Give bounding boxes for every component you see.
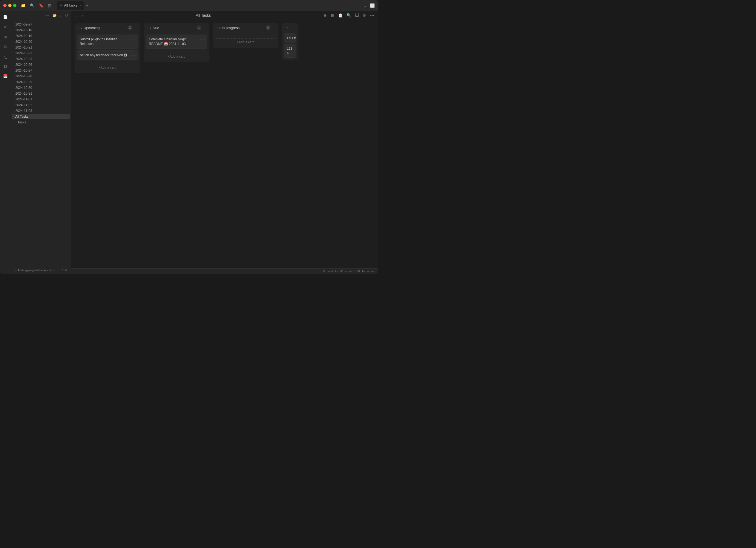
collapse-in-progress[interactable]: ∨ bbox=[219, 26, 221, 29]
kanban-column-done-partial: ⠿ ∨ Four ta... 12345 bbox=[282, 23, 298, 60]
column-menu-due[interactable]: ··· bbox=[203, 25, 207, 30]
sort-icon[interactable]: ↕ bbox=[59, 13, 63, 18]
sidebar-item-1[interactable]: 2024-10-18 bbox=[12, 27, 70, 33]
column-cards-partial: Four ta... 12345 bbox=[282, 31, 298, 60]
column-count-in-progress: 0 bbox=[266, 25, 271, 30]
card-text: Submit plugin to Obsidian Releases bbox=[80, 37, 129, 46]
tab-bar: ☰ All Tasks × + bbox=[57, 1, 363, 10]
card-menu[interactable]: ··· bbox=[131, 53, 135, 57]
chevron-down-icon[interactable]: ⌄ bbox=[363, 3, 367, 8]
rail-file-icon[interactable]: 📄 bbox=[2, 13, 9, 21]
sidebar-list: 2024-09-272024-10-182024-10-192024-10-20… bbox=[11, 20, 71, 266]
collapse-upcoming[interactable]: ∨ bbox=[81, 26, 83, 29]
column-header-due: ⠿ ∨ Due 1 ··· bbox=[144, 23, 209, 32]
drag-handle-upcoming[interactable]: ⠿ bbox=[77, 26, 79, 30]
card-feedback[interactable]: Act on any feedback received 🖼 ··· bbox=[77, 50, 138, 60]
minimize-button[interactable] bbox=[8, 4, 12, 7]
column-count-due: 1 bbox=[197, 25, 202, 30]
add-card-in-progress[interactable]: +Add a card bbox=[215, 38, 276, 46]
sidebar-item-4[interactable]: 2024-10-21 bbox=[12, 45, 70, 50]
forward-button[interactable]: › bbox=[80, 13, 84, 18]
kanban-column-due: ⠿ ∨ Due 1 ··· Complete Obsidian plugin R… bbox=[144, 23, 209, 62]
sidebar-item-11[interactable]: 2024-10-30 bbox=[12, 85, 70, 90]
settings-icon[interactable]: ⚙ bbox=[65, 268, 68, 272]
close-button[interactable] bbox=[3, 4, 7, 7]
card-partial-1[interactable]: Four ta... bbox=[284, 33, 296, 42]
folder-icon[interactable]: 📁 bbox=[21, 3, 25, 8]
sidebar-toggle-icon[interactable]: ⬜ bbox=[370, 3, 375, 8]
refresh-icon[interactable]: ↺ bbox=[64, 13, 69, 18]
column-count-upcoming: 2 bbox=[127, 25, 133, 30]
bookmark-icon[interactable]: 🔖 bbox=[39, 3, 44, 8]
sidebar: ✏ 📂 ↕ ↺ 2024-09-272024-10-182024-10-1920… bbox=[11, 11, 71, 274]
back-button[interactable]: ‹ bbox=[75, 13, 78, 18]
column-header-in-progress: ⠿ ∨ In progress 0 ··· bbox=[213, 23, 278, 32]
tab-close-button[interactable]: × bbox=[80, 4, 81, 7]
sidebar-item-0[interactable]: 2024-09-27 bbox=[12, 22, 70, 27]
layout-icon[interactable]: ▤ bbox=[48, 3, 52, 8]
sidebar-item-2[interactable]: 2024-10-19 bbox=[12, 33, 70, 39]
sidebar-item-14[interactable]: 2024-11-02 bbox=[12, 102, 70, 108]
rail-share-icon[interactable]: ⟳ bbox=[2, 23, 9, 31]
kanban-board: ⠿ ∨ Upcoming 2 ··· Submit plugin to Obsi… bbox=[71, 20, 378, 268]
sidebar-item-16[interactable]: All Tasks bbox=[12, 114, 70, 119]
word-count: 41 words bbox=[340, 269, 353, 273]
partial-header: ⠿ ∨ bbox=[282, 23, 298, 31]
sidebar-item-13[interactable]: 2024-11-01 bbox=[12, 96, 70, 102]
collapse-partial[interactable]: ∨ bbox=[286, 26, 288, 29]
sidebar-item-12[interactable]: 2024-10-31 bbox=[12, 91, 70, 96]
rail-calendar-icon[interactable]: 📅 bbox=[2, 72, 9, 80]
sidebar-item-7[interactable]: 2024-10-26 bbox=[12, 62, 70, 67]
status-bar: 0 backlinks 41 words 350 characters bbox=[71, 268, 378, 274]
titlebar: 📁 🔍 🔖 ▤ ☰ All Tasks × + ⌄ ⬜ bbox=[0, 0, 378, 11]
sidebar-toolbar: ✏ 📂 ↕ ↺ bbox=[11, 11, 71, 20]
sidebar-item-10[interactable]: 2024-10-29 bbox=[12, 79, 70, 85]
file-text-icon[interactable]: 📋 bbox=[337, 13, 343, 18]
card-menu[interactable]: ··· bbox=[131, 37, 135, 41]
image-icon[interactable]: 🖼 bbox=[354, 13, 359, 18]
column-menu-upcoming[interactable]: ··· bbox=[133, 25, 138, 30]
rail-grid-icon[interactable]: ⊞ bbox=[2, 33, 9, 41]
icon-rail: 📄 ⟳ ⊞ ⧉ ›_ 🗒 📅 bbox=[0, 11, 11, 274]
card-text: Act on any feedback received 🖼 bbox=[80, 53, 129, 58]
collapse-due[interactable]: ∨ bbox=[150, 26, 152, 29]
column-menu-in-progress[interactable]: ··· bbox=[272, 25, 276, 30]
edit-icon[interactable]: ✏ bbox=[45, 13, 50, 18]
sidebar-footer-icons: ? ⚙ bbox=[61, 268, 68, 272]
rail-terminal-icon[interactable]: ›_ bbox=[2, 53, 9, 60]
ellipsis-icon[interactable]: ••• bbox=[370, 13, 375, 18]
sidebar-item-15[interactable]: 2024-11-03 bbox=[12, 108, 70, 113]
titlebar-right: ⌄ ⬜ bbox=[363, 3, 375, 8]
maximize-button[interactable] bbox=[13, 4, 16, 7]
card-menu[interactable]: ··· bbox=[200, 37, 204, 41]
card-readme[interactable]: Complete Obsidian plugin README 📅 2024-1… bbox=[146, 35, 207, 49]
sidebar-item-17[interactable]: Tasks bbox=[12, 120, 70, 125]
vault-icon: ◇ bbox=[14, 268, 16, 272]
add-card-due[interactable]: +Add a card bbox=[146, 53, 207, 60]
help-icon[interactable]: ? bbox=[61, 268, 63, 272]
sidebar-item-3[interactable]: 2024-10-20 bbox=[12, 39, 70, 44]
search-icon[interactable]: 🔍 bbox=[30, 3, 35, 8]
header-actions: ⊕ ▦ 📋 🔍 🖼 ⚙ ••• bbox=[323, 13, 375, 18]
sidebar-item-8[interactable]: 2024-10-27 bbox=[12, 68, 70, 73]
rail-copy-icon[interactable]: ⧉ bbox=[2, 43, 9, 50]
column-title-upcoming: Upcoming bbox=[84, 26, 126, 30]
add-card-upcoming[interactable]: +Add a card bbox=[77, 64, 138, 71]
gear-icon[interactable]: ⚙ bbox=[362, 13, 367, 18]
card-partial-2[interactable]: 12345 bbox=[284, 44, 296, 58]
sidebar-item-9[interactable]: 2024-10-28 bbox=[12, 73, 70, 79]
drag-handle-partial[interactable]: ⠿ bbox=[283, 25, 286, 29]
all-tasks-tab[interactable]: ☰ All Tasks × bbox=[57, 1, 84, 10]
rail-note-icon[interactable]: 🗒 bbox=[2, 62, 9, 70]
page-title: All Tasks bbox=[86, 13, 321, 18]
sidebar-item-5[interactable]: 2024-10-22 bbox=[12, 50, 70, 56]
drag-handle-in-progress[interactable]: ⠿ bbox=[215, 26, 218, 30]
drag-handle-due[interactable]: ⠿ bbox=[146, 26, 149, 30]
sidebar-item-6[interactable]: 2024-10-23 bbox=[12, 56, 70, 62]
search-icon[interactable]: 🔍 bbox=[346, 13, 352, 18]
archive-icon[interactable]: ▦ bbox=[330, 13, 335, 18]
new-tab-button[interactable]: + bbox=[86, 3, 88, 8]
add-icon[interactable]: ⊕ bbox=[323, 13, 327, 18]
folder-plus-icon[interactable]: 📂 bbox=[52, 13, 58, 18]
card-submit-plugin[interactable]: Submit plugin to Obsidian Releases ··· bbox=[77, 35, 138, 49]
